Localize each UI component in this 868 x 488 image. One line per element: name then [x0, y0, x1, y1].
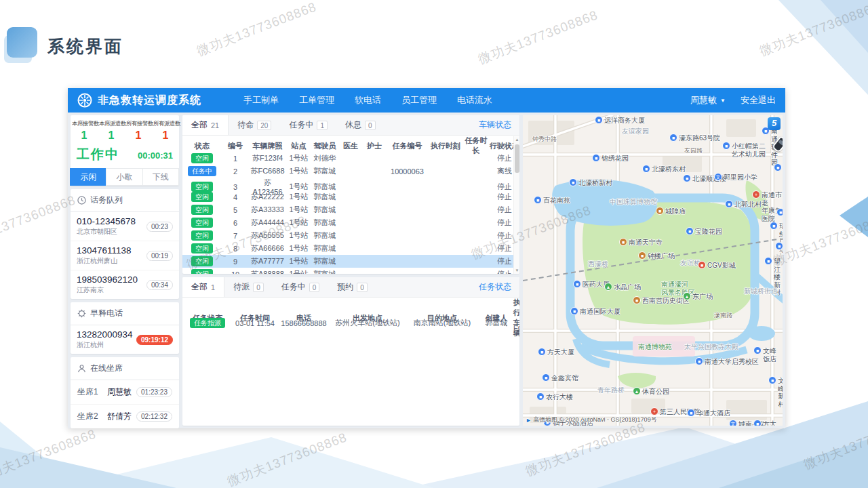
- task-status-link[interactable]: 任务状态: [479, 281, 519, 293]
- presence-button-2[interactable]: 小歇: [106, 168, 142, 186]
- cell-plate: 苏A66666: [249, 243, 286, 253]
- map-label-30: ▲水晶广场: [604, 283, 641, 291]
- cell-no: 3: [222, 183, 249, 191]
- map-label-27: 西濠桥: [588, 260, 608, 268]
- poi-icon-building: ■: [725, 200, 733, 208]
- vehicle-row-5[interactable]: 空闲5苏A333331号站郭富城停止: [182, 203, 519, 216]
- call-info: 13047611138浙江杭州萧山: [77, 245, 132, 266]
- map-label-text: 南通大学启秀校区: [705, 358, 759, 366]
- cell-status: 空闲: [182, 205, 222, 215]
- cell-status: 空闲: [182, 243, 222, 253]
- tab-count: 0: [365, 121, 376, 130]
- early-release-header: 早释电话: [71, 302, 179, 325]
- agent-duration-badge: 01:23:23: [136, 387, 172, 397]
- nav-item-4[interactable]: 员工管理: [401, 94, 437, 106]
- tab-全部[interactable]: 全部21: [182, 115, 229, 135]
- user-menu[interactable]: 周慧敏 ▼: [690, 94, 726, 106]
- poi-icon-building: ■: [570, 307, 578, 315]
- call-duration-badge: 09:19:12: [136, 335, 173, 345]
- vehicle-row-7[interactable]: 空闲7苏A555551号站郭富城停止: [182, 229, 519, 242]
- poi-icon-park: ▲: [633, 387, 641, 395]
- status-badge: 空闲: [191, 269, 213, 274]
- cell-no: 9: [222, 258, 249, 266]
- vehicle-row-2[interactable]: 任务中2苏FC66881号站郭富城10000063离线: [182, 165, 519, 178]
- vehicle-row-4[interactable]: 空闲4苏A222221号站郭富城停止: [182, 190, 519, 203]
- logout-button[interactable]: 安全退出: [741, 94, 776, 106]
- cell-no: 1: [222, 155, 249, 163]
- map-label-34: 新城桥街道: [744, 287, 778, 296]
- cell-vehicle: 苏FC6688: [513, 314, 519, 330]
- scrollbar-thumb[interactable]: [515, 144, 519, 173]
- queue-item-2[interactable]: 13047611138浙江杭州萧山00:19: [71, 241, 179, 270]
- tab-任务中[interactable]: 任务中0: [273, 277, 329, 297]
- vehicle-col-header: 任务编号: [386, 141, 429, 151]
- tab-待命[interactable]: 待命20: [229, 115, 280, 135]
- nav-item-1[interactable]: 手工制单: [243, 94, 279, 106]
- vehicle-scrollbar[interactable]: ▲ ▼: [513, 136, 519, 274]
- early-release-card: 早释电话 13282000934浙江杭州09:19:12: [71, 302, 179, 354]
- tab-count: 0: [357, 283, 368, 292]
- cell-plate: 苏FC6688: [249, 166, 286, 176]
- map-label-text: CGV影城: [707, 262, 736, 270]
- map[interactable]: ■远洋商务大厦钟秀中路友谊家园■濠东路63号院■南通软件园■锦绣花园■北濠桥东村…: [523, 115, 783, 426]
- vehicle-status-link[interactable]: 车辆状态: [479, 119, 519, 131]
- agent-stats-card: 本席接警数本席派遣数所有接警数所有派遣数 1111 工作中 00:00:31 示…: [71, 115, 179, 186]
- cell-plate: 苏A33333: [249, 205, 286, 215]
- call-number: 010-12345678: [77, 216, 136, 226]
- agent-seat: 坐席2: [77, 411, 107, 422]
- vehicle-row-9[interactable]: 空闲9苏A777771号站郭富城停止: [182, 255, 519, 268]
- poi-icon-building: ■: [683, 174, 691, 182]
- map-label-text: 体育公园: [642, 388, 669, 396]
- tab-label: 任务中: [281, 281, 306, 293]
- vehicle-row-8[interactable]: 空闲8苏A666661号站郭富城停止: [182, 242, 519, 255]
- map-label-text: 西濠桥: [588, 260, 608, 268]
- vehicle-row-3[interactable]: 空闲3苏A1234561号站郭富城停止: [182, 178, 519, 190]
- poi-icon-building: ■: [753, 346, 762, 354]
- vehicle-row-10[interactable]: 空闲10苏A888881号站郭富城停止: [182, 268, 519, 274]
- vehicle-panel: 全部21待命20任务中1休息0车辆状态 状态编号车辆牌照站点驾驶员医生护士任务编…: [182, 115, 519, 274]
- queue-item-3[interactable]: 198503962120江苏南京00:34: [71, 270, 179, 299]
- map-label-20: ■宝隆花园: [686, 228, 722, 236]
- map-label-text: 百花南苑: [543, 197, 570, 205]
- cell-status: 空闲: [182, 182, 222, 192]
- vehicle-col-header: 护士: [363, 141, 386, 151]
- status-badge: 空闲: [191, 230, 213, 241]
- presence-button-3[interactable]: 下线: [142, 168, 179, 186]
- tab-count: 0: [253, 283, 264, 292]
- map-label-1: ■远洋商务大厦: [595, 117, 645, 125]
- poi-icon-hospital: +: [752, 190, 760, 199]
- tab-预约[interactable]: 预约0: [328, 277, 376, 297]
- cell-driver: 郭富城: [311, 218, 338, 228]
- tab-待派[interactable]: 待派0: [224, 277, 273, 297]
- vehicle-col-header: 车辆牌照: [249, 141, 286, 151]
- nav-item-2[interactable]: 工单管理: [299, 94, 334, 106]
- amap-logo: 5: [768, 117, 781, 130]
- nav-item-3[interactable]: 软电话: [355, 94, 381, 106]
- tab-全部[interactable]: 全部1: [182, 277, 224, 297]
- early-release-item-1[interactable]: 13282000934浙江杭州09:19:12: [71, 325, 179, 354]
- scroll-up-icon[interactable]: ▲: [514, 136, 519, 143]
- vehicle-col-header: 站点: [286, 141, 311, 151]
- tab-任务中[interactable]: 任务中1: [280, 115, 336, 135]
- task-tabs: 全部1待派0任务中0预约0任务状态: [182, 277, 519, 298]
- map-label-text: 方大花苑: [763, 420, 783, 426]
- map-label-text: 濠南路: [714, 312, 732, 319]
- queue-item-1[interactable]: 010-12345678北京市朝阳区00:23: [71, 212, 179, 241]
- map-label-text: 北濠桥新村: [578, 179, 612, 187]
- cell-status: 空闲: [182, 192, 222, 202]
- map-label-12: 文郭里园小学: [714, 174, 757, 182]
- map-label-38: 太平兴国教寺大殿: [684, 343, 738, 351]
- vehicle-row-6[interactable]: 空闲6苏A444441号站郭富城停止: [182, 216, 519, 229]
- stat-label-3: 所有接警数: [126, 120, 153, 128]
- tab-休息[interactable]: 休息0: [336, 115, 384, 135]
- poi-icon-building: ■: [770, 222, 778, 230]
- map-label-35: ■南通国际大厦: [570, 308, 620, 316]
- presence-button-1[interactable]: 示闲: [70, 168, 106, 186]
- cell-driver: 郭富城: [311, 269, 338, 274]
- cell-driver: 郭富城: [311, 192, 338, 202]
- agent-seat: 坐席1: [77, 386, 107, 398]
- call-info: 13282000934浙江杭州: [77, 329, 133, 350]
- scroll-down-icon[interactable]: ▼: [514, 267, 519, 274]
- poi-icon-building: ■: [542, 373, 550, 382]
- nav-item-5[interactable]: 电话流水: [457, 94, 492, 106]
